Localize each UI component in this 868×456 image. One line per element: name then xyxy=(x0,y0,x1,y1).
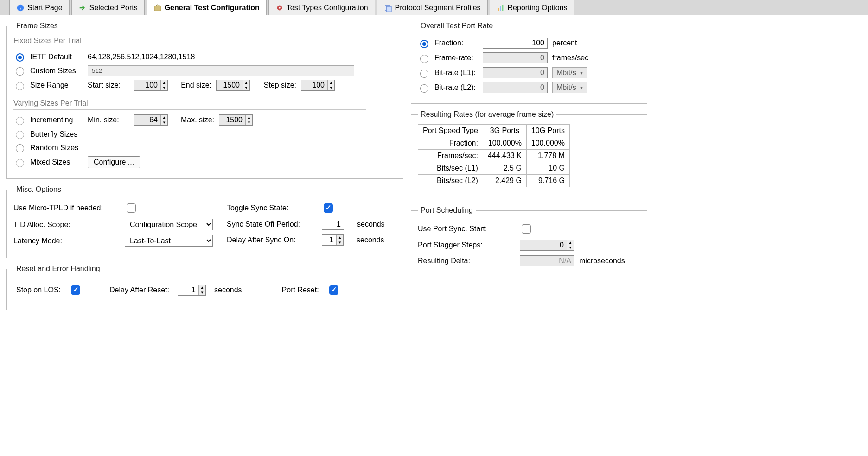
gear-icon xyxy=(275,4,284,12)
tpld-checkbox[interactable] xyxy=(127,203,136,213)
size-range-radio[interactable] xyxy=(16,82,24,90)
port-reset-checkbox[interactable] xyxy=(329,285,338,295)
butterfly-radio[interactable] xyxy=(16,131,24,139)
table-row: Bits/sec (L2) 2.429 G 9.716 G xyxy=(418,175,570,187)
delay-reset-spinner[interactable]: ▲▼ xyxy=(178,285,206,296)
frame-rate-input[interactable] xyxy=(483,52,548,63)
bitrate-l2-radio-label[interactable]: Bit-rate (L2): xyxy=(418,83,478,93)
spinner-down-icon[interactable]: ▼ xyxy=(243,85,249,90)
port-reset-label: Port Reset: xyxy=(282,286,319,294)
bitrate-l2-input[interactable] xyxy=(483,82,548,93)
spinner-down-icon[interactable]: ▼ xyxy=(246,120,252,125)
spinner-down-icon[interactable]: ▼ xyxy=(567,245,574,250)
tab-label: Selected Ports xyxy=(89,4,138,12)
spinner-up-icon[interactable]: ▲ xyxy=(246,115,252,120)
table-row: Bits/sec (L1) 2.5 G 10 G xyxy=(418,162,570,175)
delta-unit: microseconds xyxy=(579,257,625,265)
spinner-up-icon[interactable]: ▲ xyxy=(328,80,334,85)
fraction-radio-label[interactable]: Fraction: xyxy=(418,38,478,48)
configure-button[interactable]: Configure ... xyxy=(88,156,140,168)
bitrate-l2-radio[interactable] xyxy=(420,84,428,93)
random-radio-label[interactable]: Random Sizes xyxy=(13,143,83,152)
frame-rate-radio-label[interactable]: Frame-rate: xyxy=(418,53,478,63)
ietf-default-radio[interactable] xyxy=(16,53,24,62)
max-size-label: Max. size: xyxy=(172,116,214,124)
start-size-input[interactable] xyxy=(134,80,160,90)
tab-start-page[interactable]: i Start Page xyxy=(9,0,70,15)
frame-rate-unit: frames/sec xyxy=(552,54,588,62)
bitrate-l1-radio[interactable] xyxy=(420,70,428,78)
custom-sizes-input[interactable] xyxy=(88,65,354,76)
spinner-down-icon[interactable]: ▼ xyxy=(337,240,343,245)
spinner-down-icon[interactable]: ▼ xyxy=(161,85,167,90)
delay-sync-on-spinner[interactable]: ▲▼ xyxy=(322,234,344,246)
tab-general-test-config[interactable]: General Test Configuration xyxy=(147,0,267,15)
max-size-spinner[interactable]: ▲▼ xyxy=(219,114,253,126)
delay-sync-on-input[interactable] xyxy=(322,235,336,245)
min-size-input[interactable] xyxy=(134,115,160,125)
delay-reset-unit: seconds xyxy=(214,286,242,294)
port-scheduling-legend: Port Scheduling xyxy=(418,206,476,215)
fraction-radio[interactable] xyxy=(420,40,428,48)
random-radio[interactable] xyxy=(16,144,24,152)
stagger-input[interactable] xyxy=(520,240,567,250)
incrementing-radio-label[interactable]: Incrementing xyxy=(13,115,83,125)
fraction-input[interactable] xyxy=(483,38,548,49)
end-size-spinner[interactable]: ▲▼ xyxy=(216,80,250,91)
port-rate-legend: Overall Test Port Rate xyxy=(418,22,496,30)
frame-sizes-group: Frame Sizes Fixed Sizes Per Trial IETF D… xyxy=(6,22,403,179)
frame-rate-radio[interactable] xyxy=(420,55,428,63)
tab-reporting-options[interactable]: Reporting Options xyxy=(490,0,574,15)
bitrate-l1-unit: Mbit/s xyxy=(556,69,576,77)
spinner-up-icon[interactable]: ▲ xyxy=(337,235,343,240)
latency-label: Latency Mode: xyxy=(13,237,120,245)
latency-mode-select[interactable]: Last-To-Last xyxy=(125,235,213,247)
spinner-up-icon[interactable]: ▲ xyxy=(567,240,574,245)
tid-scope-select[interactable]: Configuration Scope xyxy=(125,219,213,230)
mixed-radio-label[interactable]: Mixed Sizes xyxy=(13,158,83,167)
min-size-spinner[interactable]: ▲▼ xyxy=(134,114,168,126)
max-size-input[interactable] xyxy=(219,115,245,125)
step-size-input[interactable] xyxy=(301,80,327,90)
size-range-radio-label[interactable]: Size Range xyxy=(13,81,83,90)
ietf-default-radio-label[interactable]: IETF Default xyxy=(13,52,83,62)
custom-sizes-radio[interactable] xyxy=(16,67,24,76)
delay-reset-input[interactable] xyxy=(178,285,198,295)
sync-off-input[interactable] xyxy=(322,219,344,230)
mixed-text: Mixed Sizes xyxy=(30,158,70,166)
svg-text:i: i xyxy=(20,5,21,11)
bitrate-l1-radio-label[interactable]: Bit-rate (L1): xyxy=(418,68,478,78)
mixed-radio[interactable] xyxy=(16,159,24,167)
butterfly-radio-label[interactable]: Butterfly Sizes xyxy=(13,129,83,139)
bitrate-l1-input[interactable] xyxy=(483,67,548,78)
spinner-down-icon[interactable]: ▼ xyxy=(328,85,334,90)
ietf-default-text: IETF Default xyxy=(30,53,72,61)
fixed-sizes-title: Fixed Sizes Per Trial xyxy=(13,37,396,45)
fraction-text: Fraction: xyxy=(434,39,463,47)
spinner-up-icon[interactable]: ▲ xyxy=(161,115,167,120)
end-size-input[interactable] xyxy=(217,80,243,90)
spinner-up-icon[interactable]: ▲ xyxy=(243,80,249,85)
spinner-up-icon[interactable]: ▲ xyxy=(199,285,205,290)
start-size-spinner[interactable]: ▲▼ xyxy=(134,80,168,91)
sync-off-label: Sync State Off Period: xyxy=(227,220,317,228)
spinner-up-icon[interactable]: ▲ xyxy=(161,80,167,85)
spinner-down-icon[interactable]: ▼ xyxy=(161,120,167,125)
chevron-down-icon: ▾ xyxy=(580,70,583,76)
tab-protocol-segment-profiles[interactable]: Protocol Segment Profiles xyxy=(377,0,488,15)
toggle-sync-checkbox[interactable] xyxy=(324,203,333,213)
bitrate-l1-unit-select[interactable]: Mbit/s ▾ xyxy=(552,67,587,78)
bitrate-l2-unit-select[interactable]: Mbit/s ▾ xyxy=(552,82,587,93)
incrementing-radio[interactable] xyxy=(16,117,24,125)
spinner-down-icon[interactable]: ▼ xyxy=(199,290,205,295)
table-row: Fraction: 100.000% 100.000% xyxy=(418,137,570,150)
tab-test-types-config[interactable]: Test Types Configuration xyxy=(268,0,375,15)
custom-sizes-radio-label[interactable]: Custom Sizes xyxy=(13,66,83,76)
tab-selected-ports[interactable]: Selected Ports xyxy=(71,0,145,15)
stagger-spinner[interactable]: ▲▼ xyxy=(520,240,574,251)
stop-los-checkbox[interactable] xyxy=(71,285,80,295)
step-size-spinner[interactable]: ▲▼ xyxy=(301,80,335,91)
random-text: Random Sizes xyxy=(30,144,78,152)
stack-icon xyxy=(384,4,392,12)
sync-start-checkbox[interactable] xyxy=(522,224,531,234)
